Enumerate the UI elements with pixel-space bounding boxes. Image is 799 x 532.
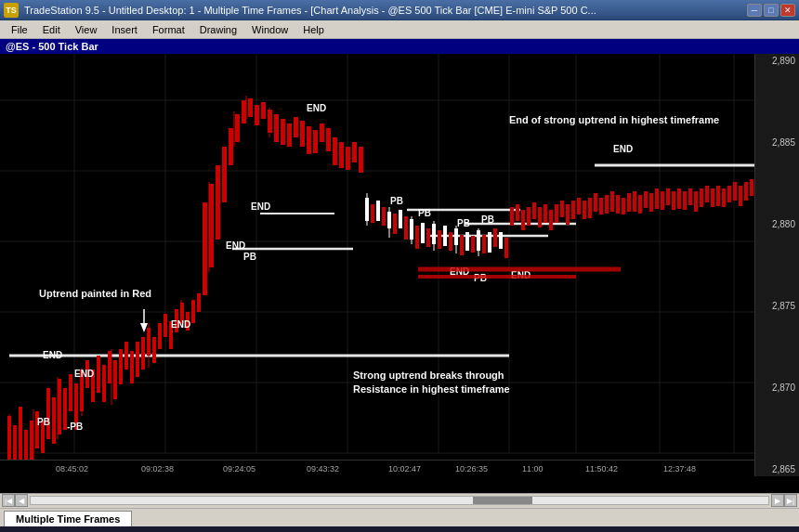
svg-rect-126 [605,195,609,214]
svg-text:PB: PB [37,417,50,427]
svg-rect-120 [571,201,575,219]
scrollbar-thumb[interactable] [473,497,532,504]
svg-rect-47 [141,337,145,370]
svg-rect-89 [399,210,402,228]
svg-rect-145 [711,188,714,207]
svg-text:PB: PB [457,218,470,228]
svg-rect-117 [555,204,558,223]
app-icon: TS [4,3,19,18]
svg-rect-111 [521,210,525,230]
svg-text:PB: PB [481,214,494,225]
svg-rect-98 [449,232,452,251]
svg-rect-122 [583,201,586,219]
svg-rect-134 [649,193,653,212]
minimize-button[interactable]: ─ [747,4,762,17]
svg-rect-45 [130,351,134,383]
menu-window[interactable]: Window [244,22,295,37]
svg-rect-114 [538,207,542,227]
menu-help[interactable]: Help [295,22,332,37]
svg-rect-130 [627,193,631,212]
svg-rect-69 [274,114,279,142]
chart-label: @ES - 500 Tick Bar [6,41,98,52]
price-scale: 2,890 2,885 2,880 2,875 2,870 2,865 [754,54,799,476]
svg-rect-49 [152,337,156,363]
svg-rect-63 [235,114,240,142]
title-bar: TS TradeStation 9.5 - Untitled Desktop: … [0,0,799,20]
svg-rect-100 [460,235,464,255]
svg-rect-88 [393,214,397,234]
svg-rect-129 [622,198,625,214]
maximize-button[interactable]: □ [764,4,779,17]
svg-rect-85 [376,201,380,221]
svg-rect-116 [549,210,553,230]
svg-text:-PB: -PB [67,422,83,432]
svg-rect-102 [471,236,475,253]
chart-canvas[interactable]: END END END END END END END END END PB -… [0,54,799,476]
scrollbar-row: |◀ ◀ ▶ ▶| [0,494,799,509]
bottom-area: |◀ ◀ ▶ ▶| Multiple Time Frames [0,493,799,526]
svg-rect-79 [339,142,344,168]
svg-rect-150 [739,186,742,206]
scroll-left[interactable]: ◀ [15,494,28,507]
svg-rect-42 [113,360,117,399]
menu-drawing[interactable]: Drawing [192,22,244,37]
svg-rect-66 [255,105,259,125]
svg-rect-136 [661,191,664,210]
menu-format[interactable]: Format [145,22,192,37]
svg-rect-128 [616,195,620,214]
chart-tab-multiple-time-frames[interactable]: Multiple Time Frames [4,511,132,526]
svg-rect-59 [209,184,214,267]
menu-edit[interactable]: Edit [35,22,68,37]
scroll-right-end[interactable]: ▶| [784,494,797,507]
svg-rect-147 [722,188,726,207]
menu-bar: File Edit View Insert Format Drawing Win… [0,20,799,39]
scroll-left-start[interactable]: |◀ [2,494,15,507]
scrollbar-track[interactable] [30,496,769,505]
svg-rect-105 [488,232,491,253]
svg-rect-143 [700,188,703,207]
svg-rect-86 [382,207,386,226]
svg-rect-107 [499,232,503,249]
svg-rect-124 [594,193,597,212]
svg-rect-60 [216,165,220,240]
svg-rect-149 [733,182,737,201]
price-label-5: 2,865 [755,464,799,474]
svg-rect-108 [504,238,508,258]
menu-insert[interactable]: Insert [104,22,145,37]
menu-view[interactable]: View [68,22,105,37]
svg-text:END: END [307,103,326,113]
svg-text:END: END [613,144,633,154]
time-axis: 08:45:02 09:02:38 09:24:05 09:43:32 10:0… [0,460,754,476]
time-label-8: 12:37:48 [663,464,696,474]
svg-text:PB: PB [390,196,403,206]
svg-marker-188 [140,323,148,332]
svg-rect-77 [326,128,331,151]
scroll-right[interactable]: ▶ [771,494,784,507]
chart-svg: END END END END END END END END END PB -… [0,54,754,476]
svg-rect-140 [683,191,687,210]
time-label-1: 09:02:38 [141,464,174,474]
svg-rect-31 [52,397,56,444]
svg-rect-137 [666,188,670,205]
svg-rect-151 [744,182,748,201]
close-button[interactable]: ✕ [780,4,795,17]
svg-rect-90 [404,216,408,240]
menu-file[interactable]: File [4,22,35,37]
svg-rect-106 [493,228,497,247]
tab-row: Multiple Time Frames [0,509,799,526]
svg-rect-148 [727,186,731,202]
time-label-6: 11:00 [522,464,544,474]
svg-rect-81 [352,142,357,162]
chart-container: @ES - 500 Tick Bar [0,39,799,493]
svg-rect-76 [320,123,324,142]
svg-text:END: END [251,201,270,212]
svg-rect-41 [108,351,111,383]
svg-rect-75 [313,130,318,153]
svg-rect-51 [164,314,167,337]
svg-rect-84 [371,204,374,223]
svg-rect-61 [222,147,227,202]
svg-text:PB: PB [418,208,431,218]
svg-text:END: END [74,369,94,379]
svg-rect-101 [465,232,469,251]
svg-rect-121 [577,198,581,214]
